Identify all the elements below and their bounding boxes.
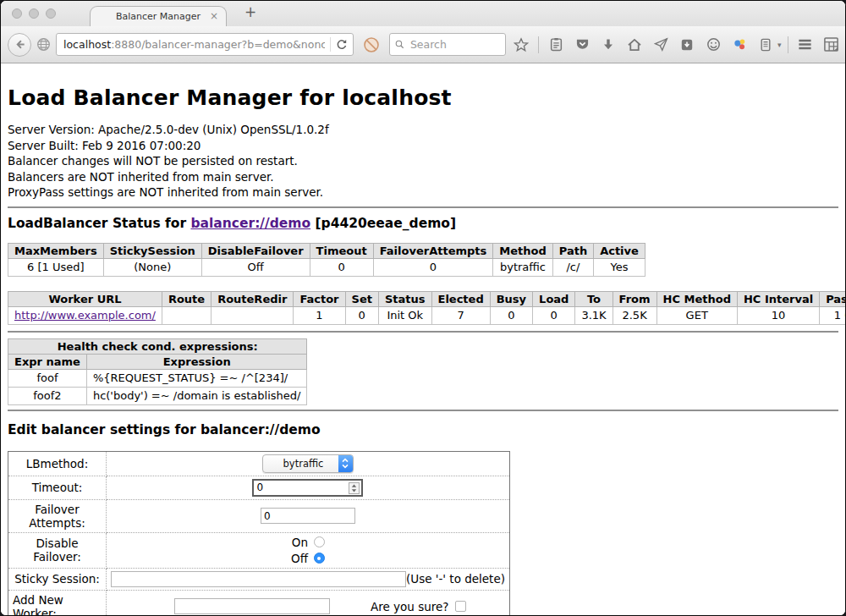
balancer-demo-link[interactable]: balancer://demo	[190, 216, 310, 231]
number-spinner-icon[interactable]	[349, 482, 360, 494]
radio-on-label: On	[292, 536, 308, 549]
proxypass-notice-line: ProxyPass settings are NOT inherited fro…	[8, 184, 838, 201]
column-header: From	[613, 291, 656, 306]
send-tab-button[interactable]	[650, 34, 672, 56]
form-row-sticky-session: Sticky Session: (Use '-' to delete)	[8, 568, 510, 590]
expr-name-cell: foof2	[8, 387, 87, 404]
back-button[interactable]	[8, 33, 31, 57]
pocket-button[interactable]	[571, 34, 593, 56]
menu-icon	[797, 36, 813, 52]
inherit-notice-line: Balancers are NOT inherited from main se…	[8, 169, 838, 185]
column-header: HC Interval	[737, 291, 819, 306]
page-content: Load Balancer Manager for localhost Serv…	[1, 63, 845, 615]
column-header: Expr name	[8, 354, 87, 369]
search-icon	[395, 39, 404, 50]
table-cell: /c/	[552, 258, 593, 276]
zoom-window-button[interactable]	[46, 8, 56, 19]
table-header-row: Worker URL Route RouteRedir Factor Set S…	[8, 291, 846, 306]
dropdown-caret-icon[interactable]: ▾	[777, 41, 782, 49]
expression-cell: %{REQUEST_STATUS} =~ /^[234]/	[86, 369, 307, 387]
feedback-button[interactable]	[702, 34, 724, 56]
column-header: Path	[552, 243, 593, 258]
tab-groups-button[interactable]	[821, 34, 843, 56]
table-cell: (None)	[103, 258, 201, 276]
menu-button[interactable]	[794, 34, 816, 56]
table-header-row: Expr name Expression	[8, 354, 307, 369]
tab-balancer-manager[interactable]: Balancer Manager ×	[90, 6, 227, 26]
minimize-window-button[interactable]	[29, 8, 39, 19]
server-info: Server Version: Apache/2.5.0-dev (Unix) …	[8, 122, 838, 201]
timeout-input[interactable]	[252, 479, 363, 497]
worker-url-link[interactable]: http://www.example.com/	[14, 309, 156, 322]
form-row-disable-failover: Disable Failover: On Off	[8, 532, 510, 568]
table-header-row: MaxMembers StickySession DisableFailover…	[8, 243, 645, 258]
health-check-table: Health check cond. expressions: Expr nam…	[8, 338, 307, 405]
column-header: Method	[493, 243, 552, 258]
table-cell: bytraffic	[493, 258, 552, 276]
column-header: Status	[378, 291, 431, 306]
globe-icon	[36, 37, 51, 52]
lbmethod-select[interactable]: bytraffic	[262, 454, 354, 473]
column-header: RouteRedir	[212, 291, 294, 306]
send-icon	[654, 37, 668, 52]
close-window-button[interactable]	[12, 8, 22, 19]
downloads-button[interactable]	[597, 34, 619, 56]
server-built-line: Server Built: Feb 9 2016 07:00:20	[8, 138, 838, 154]
form-row-add-worker: Add New Worker: Are you sure?	[8, 590, 510, 615]
expr-name-cell: foof	[8, 369, 87, 387]
tab-close-icon[interactable]: ×	[210, 10, 218, 22]
new-tab-button[interactable]: +	[244, 3, 256, 20]
column-header: StickySession	[103, 243, 201, 258]
reading-list-button[interactable]	[545, 34, 567, 56]
column-header: Worker URL	[8, 291, 162, 306]
colorway-extension-button[interactable]	[728, 34, 750, 56]
add-worker-input[interactable]	[174, 598, 330, 614]
table-cell: 0	[345, 306, 378, 324]
site-identity-button[interactable]	[36, 37, 51, 52]
content-block-button[interactable]	[363, 36, 380, 53]
balancer-status-table: MaxMembers StickySession DisableFailover…	[8, 243, 645, 277]
table-row: 6 [1 Used] (None) Off 0 0 bytraffic /c/ …	[8, 258, 645, 276]
table-cell: 3.1K	[575, 306, 613, 324]
table-cell: 1	[294, 306, 345, 324]
table-cell: 0	[533, 306, 575, 324]
search-input[interactable]	[409, 37, 500, 52]
column-header: Route	[162, 291, 211, 306]
worker-url-cell: http://www.example.com/	[8, 306, 162, 324]
table-cell: Off	[201, 258, 310, 276]
disable-failover-off-radio[interactable]	[314, 553, 325, 564]
home-button[interactable]	[624, 34, 645, 56]
bookmark-button[interactable]	[510, 34, 532, 56]
table-cell: Yes	[594, 258, 645, 276]
panel-download-button[interactable]	[676, 34, 698, 56]
column-header: Timeout	[310, 243, 373, 258]
add-worker-cell: Are you sure?	[106, 590, 509, 615]
worker-status-table: Worker URL Route RouteRedir Factor Set S…	[8, 291, 845, 325]
page-title: Load Balancer Manager for localhost	[8, 85, 838, 110]
search-bar[interactable]	[389, 33, 506, 56]
clipboard-panel-button[interactable]	[755, 34, 777, 56]
download-icon	[602, 38, 615, 52]
url-bar[interactable]: localhost:8880/balancer-manager?b=demo&n…	[56, 33, 354, 56]
select-stepper-icon	[338, 455, 353, 472]
are-you-sure-checkbox[interactable]	[455, 601, 466, 612]
edit-balancer-form: LBmethod: bytraffic Timeout:	[8, 451, 510, 615]
reload-button[interactable]	[336, 39, 348, 51]
table-cell: 0	[373, 258, 493, 276]
browser-window: Balancer Manager × + localhost:8880/bala…	[0, 0, 846, 616]
disable-failover-on-radio[interactable]	[314, 536, 325, 547]
column-header: Set	[345, 291, 378, 306]
failover-attempts-input[interactable]	[261, 508, 355, 524]
form-row-lbmethod: LBmethod: bytraffic	[8, 451, 510, 476]
sticky-session-input[interactable]	[111, 571, 406, 587]
bookmark-star-icon	[514, 37, 529, 52]
column-header: Active	[594, 243, 645, 258]
column-header: To	[575, 291, 613, 306]
form-row-timeout: Timeout:	[8, 476, 510, 499]
are-you-sure-label: Are you sure?	[371, 600, 449, 613]
panel-download-icon	[680, 38, 694, 52]
timeout-label: Timeout:	[8, 476, 107, 499]
home-icon	[627, 37, 642, 52]
reading-list-icon	[549, 37, 563, 52]
table-cell: 1 (0)	[820, 306, 845, 324]
